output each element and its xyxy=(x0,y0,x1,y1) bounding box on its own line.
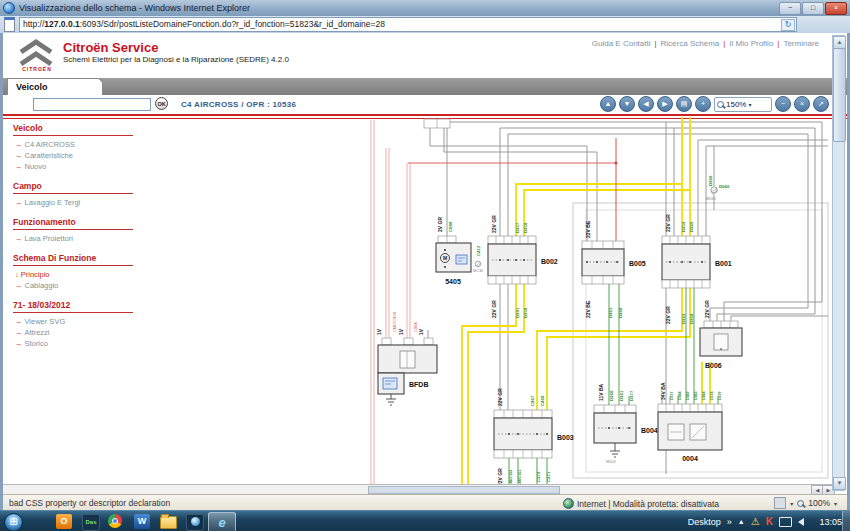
ok-button[interactable]: OK xyxy=(155,97,168,110)
arrow-icon: → xyxy=(15,198,23,207)
status-message: bad CSS property or descriptor declarati… xyxy=(9,498,170,508)
sidebar-item-principio[interactable]: ↓Principio xyxy=(13,269,133,280)
diagram-horizontal-scrollbar[interactable]: ◀ ▶ xyxy=(3,484,835,494)
nav-link-profilo[interactable]: Il Mio Profilo xyxy=(729,39,773,48)
pan-right-button[interactable]: ▶ xyxy=(657,96,673,112)
chevron-down-icon: ▾ xyxy=(748,101,751,108)
scroll-down-button[interactable]: ▼ xyxy=(833,477,846,490)
page-body: CITROËN Citroën Service Schemi Elettrici… xyxy=(3,33,847,494)
arrow-icon: → xyxy=(15,317,23,326)
link-separator: | xyxy=(723,39,725,48)
url-prefix: http:// xyxy=(23,19,44,29)
sidebar-item-lavaggio[interactable]: →Lavaggio E Tergi xyxy=(13,197,133,208)
magnifier-icon xyxy=(797,500,804,507)
sidebar-item-lava-proiettori[interactable]: →Lava Proiettori xyxy=(13,233,133,244)
kaspersky-tray-icon[interactable]: K xyxy=(766,516,773,527)
taskbar-clock[interactable]: 13:05 xyxy=(819,517,842,527)
zone-text: Internet | Modalità protetta: disattivat… xyxy=(577,499,719,509)
refresh-icon[interactable]: ↻ xyxy=(781,19,795,31)
zoom-out-button[interactable]: − xyxy=(775,96,791,112)
nav-link-terminare[interactable]: Terminare xyxy=(783,39,819,48)
url-host: 127.0.0.1 xyxy=(44,19,79,29)
app-icon-orange[interactable]: O xyxy=(56,514,72,529)
brand-title: Citroën Service xyxy=(63,40,158,55)
arrow-icon: → xyxy=(15,339,23,348)
title-bar: Visualizzazione dello schema - Windows I… xyxy=(0,0,850,17)
sidebar-section-schema: Schema Di Funzione xyxy=(13,253,133,266)
page-icon xyxy=(4,17,15,32)
zoom-in-button[interactable]: + xyxy=(695,96,711,112)
close-schema-button[interactable]: × xyxy=(794,96,810,112)
link-separator: | xyxy=(654,39,656,48)
zoom-select[interactable]: 150% ▾ xyxy=(714,97,772,112)
sidebar-item-cablaggio[interactable]: →Cablaggio xyxy=(13,280,133,291)
pan-up-button[interactable]: ▲ xyxy=(600,96,616,112)
chevron-down-icon[interactable]: ▾ xyxy=(790,500,793,507)
sidebar-section-funzionamento: Funzionamento xyxy=(13,217,133,230)
app-icon-das[interactable]: Das xyxy=(82,514,100,531)
ie-taskbar-button[interactable]: e xyxy=(208,512,236,531)
explorer-icon[interactable] xyxy=(160,516,177,529)
desktop-toolbar-label[interactable]: Desktop xyxy=(688,517,721,527)
word-icon[interactable]: W xyxy=(134,514,150,529)
screen: Visualizzazione dello schema - Windows I… xyxy=(0,0,850,531)
brand-subtitle: Schemi Elettrici per la Diagnosi e la Ri… xyxy=(63,55,289,64)
zoom-value: 150% xyxy=(726,100,746,109)
tray-expand-icon[interactable]: ▲ xyxy=(738,518,745,525)
sidebar-section-veicolo: Veicolo xyxy=(13,123,133,136)
page-options-icon[interactable] xyxy=(774,497,786,509)
vehicle-info: C4 AIRCROSS / OPR : 10536 xyxy=(181,100,296,109)
sidebar-item-c4-aircross[interactable]: →C4 AIRCROSS xyxy=(13,139,133,150)
red-divider xyxy=(3,114,847,116)
scrollbar-thumb[interactable] xyxy=(368,486,560,494)
status-bar: bad CSS property or descriptor declarati… xyxy=(3,494,847,511)
viewer-toolbar: ▲ ▼ ◀ ▶ ▤ + 150% ▾ − × ↗ xyxy=(600,96,829,112)
start-button[interactable]: ⊞ xyxy=(4,513,23,531)
close-button[interactable]: × xyxy=(825,2,847,15)
taskbar: ⊞ O Das W e Desktop » ▲ ⚠ K 13:05 xyxy=(0,510,850,531)
print-button[interactable]: ▤ xyxy=(676,96,692,112)
sidebar-item-caratteristiche[interactable]: →Caratteristiche xyxy=(13,150,133,161)
arrow-icon: → xyxy=(15,234,23,243)
window-title: Visualizzazione dello schema - Windows I… xyxy=(19,3,250,13)
red-divider-thin xyxy=(3,118,847,119)
arrow-icon: → xyxy=(15,281,23,290)
app-icon-globe[interactable] xyxy=(186,514,204,531)
tab-bar: Veicolo xyxy=(3,78,847,95)
tab-veicolo[interactable]: Veicolo xyxy=(7,78,103,95)
security-zone: Internet | Modalità protetta: disattivat… xyxy=(563,498,719,509)
volume-tray-icon[interactable] xyxy=(798,518,804,526)
chevrons-icon[interactable]: » xyxy=(727,517,732,527)
minimize-button[interactable]: − xyxy=(779,2,801,15)
scrollbar-thumb[interactable] xyxy=(833,48,846,142)
warning-tray-icon[interactable]: ⚠ xyxy=(751,516,760,527)
nav-link-guida[interactable]: Guida E Contatti xyxy=(592,39,651,48)
chrome-icon[interactable] xyxy=(108,514,122,528)
url-input[interactable]: http://127.0.0.1:6093/Sdr/postListeDomai… xyxy=(19,17,797,32)
sidebar-item-storico[interactable]: →Storico xyxy=(13,338,133,349)
pan-down-button[interactable]: ▼ xyxy=(619,96,635,112)
sidebar: Veicolo →C4 AIRCROSS →Caratteristiche →N… xyxy=(13,123,133,358)
arrow-down-icon: ↓ xyxy=(15,270,19,279)
sidebar-item-nuovo[interactable]: →Nuovo xyxy=(13,161,133,172)
sidebar-item-viewer-svg[interactable]: →Viewer SVG xyxy=(13,316,133,327)
magnifier-icon xyxy=(717,101,724,108)
nav-link-ricerca[interactable]: Ricerca Schema xyxy=(661,39,720,48)
chevron-down-icon[interactable]: ▾ xyxy=(834,500,837,507)
external-window-button[interactable]: ↗ xyxy=(813,96,829,112)
sidebar-section-date: 71- 18/03/2012 xyxy=(13,300,133,313)
page-zoom-value[interactable]: 100% xyxy=(808,498,830,508)
arrow-icon: → xyxy=(15,328,23,337)
arrow-icon: → xyxy=(15,140,23,149)
vehicle-search-input[interactable] xyxy=(33,98,151,111)
arrow-icon: → xyxy=(15,151,23,160)
citroen-wordmark: CITROËN xyxy=(15,66,59,72)
vehicle-row: OK C4 AIRCROSS / OPR : 10536 ▲ ▼ ◀ ▶ ▤ +… xyxy=(3,95,847,113)
network-tray-icon[interactable] xyxy=(779,517,792,527)
sidebar-item-attrezzi[interactable]: →Attrezzi xyxy=(13,327,133,338)
pan-left-button[interactable]: ◀ xyxy=(638,96,654,112)
maximize-button[interactable]: □ xyxy=(802,2,824,15)
show-desktop-button[interactable] xyxy=(842,511,850,531)
url-rest: :6093/Sdr/postListeDomaineFonction.do?r_… xyxy=(80,19,385,29)
page-vertical-scrollbar[interactable]: ▲ ▼ xyxy=(832,35,845,491)
